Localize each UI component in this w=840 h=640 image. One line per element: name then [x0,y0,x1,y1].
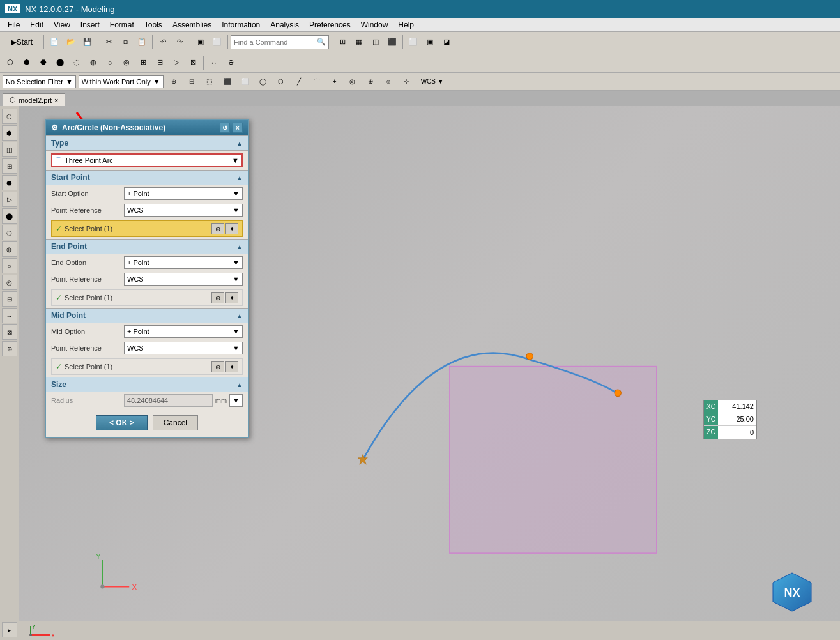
new-btn[interactable]: 📄 [47,34,62,50]
cmd-search-input[interactable] [234,38,317,46]
cancel-button[interactable]: Cancel [153,415,198,430]
menu-edit[interactable]: Edit [25,19,49,31]
start-btn[interactable]: ▶ Start [3,34,41,50]
wcs-btn[interactable]: WCS ▼ [416,74,448,89]
end-point-ref-dropdown[interactable]: WCS ▼ [124,273,243,286]
undo-btn[interactable]: ↶ [155,34,171,50]
offset-btn[interactable]: ⊠ [185,55,201,70]
layer-btn[interactable]: ▦ [351,34,367,50]
move-btn[interactable]: ↔ [206,55,222,70]
pattern-btn[interactable]: ⊞ [135,55,151,70]
copy-btn[interactable]: ⧉ [118,34,133,50]
type-dropdown[interactable]: ⌒ Three Point Arc ▼ [51,153,243,167]
paste-btn[interactable]: 📋 [134,34,149,50]
sidebar-btn-4[interactable]: ⊞ [2,158,17,174]
sel-btn10[interactable]: + [327,74,342,89]
cut-btn[interactable]: ✂ [101,34,116,50]
mid-snap-btn[interactable]: ✦ [225,361,238,372]
sel-btn12[interactable]: ⊕ [363,74,378,89]
ok-button[interactable]: < OK > [96,415,148,430]
sel-btn9[interactable]: ⌒ [309,74,325,89]
sidebar-btn-5[interactable]: ⬣ [2,175,17,190]
start-option-dropdown[interactable]: + Point ▼ [124,187,243,200]
hole-btn[interactable]: ⬤ [52,55,68,70]
shell-btn[interactable]: ○ [102,55,118,70]
sidebar-btn-8[interactable]: ◌ [2,225,17,240]
mid-point-section-header[interactable]: Mid Point ▲ [46,308,248,323]
sidebar-btn-13[interactable]: ↔ [2,308,17,323]
menu-analysis[interactable]: Analysis [265,19,304,31]
mid-option-dropdown[interactable]: + Point ▼ [124,325,243,338]
menu-preferences[interactable]: Preferences [304,19,356,31]
view2-btn[interactable]: ⬜ [210,34,225,50]
sel-btn6[interactable]: ◯ [256,74,271,89]
scope-dropdown[interactable]: Within Work Part Only ▼ [79,75,164,88]
transform-btn[interactable]: ⊕ [223,55,238,70]
dialog-close-btn[interactable]: × [233,123,243,133]
dialog-reset-btn[interactable]: ↺ [220,123,230,133]
sidebar-btn-7[interactable]: ⬤ [2,208,17,224]
sidebar-btn-15[interactable]: ⊕ [2,341,17,356]
sel-btn13[interactable]: ⌾ [381,74,396,89]
radius-unit-dropdown[interactable]: ▼ [229,394,243,407]
mirror-btn[interactable]: ⊟ [152,55,167,70]
sidebar-btn-1[interactable]: ⬡ [2,109,17,124]
menu-view[interactable]: View [49,19,75,31]
zoom-btn[interactable]: ⬛ [385,34,400,50]
menu-help[interactable]: Help [393,19,419,31]
sel-btn5[interactable]: ⬜ [238,74,253,89]
view-btn[interactable]: ▣ [193,34,208,50]
snap-btn[interactable]: ⊞ [335,34,350,50]
tab-close-btn[interactable]: × [54,96,58,104]
rev-btn[interactable]: ⬣ [36,55,51,70]
sidebar-btn-12[interactable]: ⊟ [2,291,17,307]
redo-btn[interactable]: ↷ [172,34,187,50]
menu-format[interactable]: Format [105,19,139,31]
save-btn[interactable]: 💾 [80,34,95,50]
open-btn[interactable]: 📂 [63,34,79,50]
mid-add-point-btn[interactable]: ⊕ [211,361,224,372]
trim-btn[interactable]: ◎ [119,55,134,70]
sel-btn1[interactable]: ⊕ [166,74,181,89]
selection-filter-dropdown[interactable]: No Selection Filter ▼ [3,75,76,88]
more-btn3[interactable]: ◪ [439,34,454,50]
sel-btn2[interactable]: ⊟ [184,74,199,89]
sidebar-btn-2[interactable]: ⬢ [2,125,17,141]
end-point-section-header[interactable]: End Point ▲ [46,239,248,254]
sel-btn4[interactable]: ⬛ [220,74,235,89]
menu-window[interactable]: Window [356,19,393,31]
sidebar-btn-3[interactable]: ◫ [2,142,17,157]
sel-btn14[interactable]: ⊹ [399,74,414,89]
canvas[interactable]: X Y ⚙ Arc/Circle (Non-Associative) ↺ × [19,106,840,640]
sidebar-btn-9[interactable]: ◍ [2,241,17,257]
draft-btn[interactable]: ▷ [169,55,184,70]
sidebar-btn-14[interactable]: ⊠ [2,324,17,340]
cmd-search-container[interactable]: 🔍 [231,35,329,49]
sidebar-btn-6[interactable]: ▷ [2,192,17,207]
chamfer-btn[interactable]: ◍ [86,55,101,70]
start-add-point-btn[interactable]: ⊕ [211,223,224,234]
mid-point-ref-dropdown[interactable]: WCS ▼ [124,342,243,354]
size-section-header[interactable]: Size ▲ [46,377,248,392]
extrude-btn[interactable]: ⬢ [19,55,34,70]
sel-btn7[interactable]: ⬡ [273,74,289,89]
menu-file[interactable]: File [3,19,25,31]
type-section-header[interactable]: Type ▲ [46,135,248,151]
more-btn1[interactable]: ⬜ [406,34,421,50]
orient-btn[interactable]: ◫ [368,34,383,50]
start-point-ref-dropdown[interactable]: WCS ▼ [124,204,243,217]
sidebar-btn-bottom[interactable]: ▸ [2,622,17,637]
tab-model2[interactable]: ⬡ model2.prt × [3,93,65,106]
end-add-point-btn[interactable]: ⊕ [211,292,224,303]
sel-btn11[interactable]: ◎ [345,74,360,89]
more-btn2[interactable]: ▣ [422,34,438,50]
sidebar-btn-10[interactable]: ○ [2,258,17,273]
menu-insert[interactable]: Insert [75,19,105,31]
sel-btn3[interactable]: ⬚ [202,74,217,89]
end-option-dropdown[interactable]: + Point ▼ [124,256,243,269]
sketch-btn[interactable]: ⬡ [3,55,18,70]
menu-tools[interactable]: Tools [139,19,167,31]
start-point-section-header[interactable]: Start Point ▲ [46,170,248,185]
start-snap-btn[interactable]: ✦ [225,223,238,234]
sidebar-btn-11[interactable]: ◎ [2,275,17,290]
